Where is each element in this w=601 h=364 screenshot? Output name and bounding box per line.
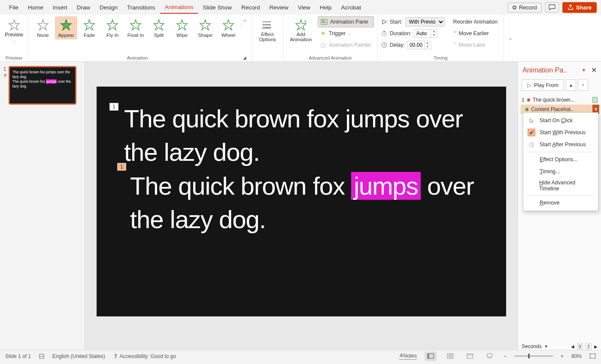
thumb-animation-icon: ✻ [3, 73, 7, 78]
mouse-icon [529, 117, 534, 123]
animation-painter-button[interactable]: Animation Painter [318, 39, 374, 51]
timeline-bar-1[interactable] [592, 97, 598, 103]
timeline-scroll-right[interactable]: ▶ [594, 344, 598, 349]
animation-pane-footer: Seconds▼ ◀ 0 2 ▶ [518, 342, 601, 350]
tab-draw[interactable]: Draw [72, 2, 95, 13]
duration-row: Duration: ▲▼ [381, 28, 445, 39]
tab-design[interactable]: Design [95, 2, 122, 13]
gallery-more[interactable]: ⌵ [240, 16, 248, 30]
zoom-level[interactable]: 80% [571, 353, 582, 359]
comment-icon [549, 4, 555, 10]
ctx-start-with-previous[interactable]: ✔Start With Previous [523, 126, 598, 138]
timeline-scroll-left[interactable]: ◀ [571, 344, 574, 349]
animation-pane-button[interactable]: Animation Pane [318, 16, 374, 27]
delay-input[interactable] [408, 41, 424, 49]
animation-split[interactable]: Split [148, 16, 170, 39]
view-normal[interactable] [425, 352, 437, 361]
animation-pane: Animation Pa.. ▼ ✕ ▷Play From ▲ ▼ 1 ✹ Th… [518, 62, 601, 350]
svg-rect-31 [428, 354, 429, 358]
duration-down[interactable]: ▼ [431, 33, 437, 37]
svg-marker-8 [200, 20, 210, 30]
tab-file[interactable]: File [4, 2, 23, 13]
play-from-button[interactable]: ▷Play From [522, 79, 564, 91]
animation-pane-title: Animation Pa.. [522, 66, 580, 74]
delay-down[interactable]: ▼ [425, 45, 430, 49]
slide-canvas-area[interactable]: 1 1 The quick brown fox jumps over the l… [85, 62, 518, 350]
slide[interactable]: 1 1 The quick brown fox jumps over the l… [97, 87, 506, 316]
tab-acrobat[interactable]: Acrobat [337, 2, 366, 13]
tab-record[interactable]: Record [237, 2, 265, 13]
svg-text:+: + [304, 19, 307, 24]
zoom-in[interactable]: + [561, 353, 564, 359]
animation-pane-close[interactable]: ✕ [591, 66, 597, 74]
tab-view[interactable]: View [293, 2, 315, 13]
svg-point-29 [115, 354, 116, 355]
animation-context-menu: Start On Click ✔Start With Previous Star… [523, 112, 598, 211]
trigger-button[interactable]: Trigger⌵ [318, 28, 374, 39]
move-down-button[interactable]: ▼ [578, 79, 588, 91]
tab-insert[interactable]: Insert [48, 2, 72, 13]
ctx-timing[interactable]: Timing... [523, 165, 598, 177]
animation-shape[interactable]: Shape [194, 16, 216, 39]
star-icon [152, 18, 166, 32]
duration-input[interactable] [414, 30, 431, 37]
animation-wheel[interactable]: Wheel [217, 16, 240, 39]
animation-flyin[interactable]: Fly In [101, 16, 124, 39]
ctx-start-on-click[interactable]: Start On Click [523, 114, 598, 126]
fit-window[interactable] [589, 353, 596, 359]
move-earlier-button[interactable]: ˄Move Earlier [451, 28, 501, 39]
animation-floatin[interactable]: Float In [124, 16, 147, 39]
animation-fade[interactable]: Fade [78, 16, 100, 39]
animation-tag-1[interactable]: 1 [109, 103, 118, 111]
ctx-hide-timeline[interactable]: Hide Advanced Timeline [523, 177, 598, 194]
animation-appear[interactable]: Appear [55, 16, 77, 39]
tab-home[interactable]: Home [23, 2, 48, 13]
animation-none[interactable]: None [32, 16, 54, 39]
tab-animations[interactable]: Animations [160, 1, 198, 14]
animation-list: 1 ✹ The quick brown... ✹ Content Placeho… [518, 93, 601, 114]
effect-options-button[interactable]: Effect Options [255, 16, 279, 45]
animation-pane-dropdown[interactable]: ▼ [582, 68, 586, 72]
zoom-slider[interactable] [514, 355, 553, 357]
status-language[interactable]: English (United States) [52, 353, 105, 359]
appear-icon: ✹ [526, 97, 531, 103]
move-later-button[interactable]: ˅Move Later [451, 39, 501, 51]
svg-rect-35 [451, 357, 453, 358]
svg-marker-2 [61, 20, 71, 30]
tab-slideshow[interactable]: Slide Show [198, 2, 237, 13]
start-select[interactable]: With Previous [405, 17, 445, 27]
tab-transitions[interactable]: Transitions [122, 2, 160, 13]
add-animation-button[interactable]: + Add Animation [287, 16, 315, 45]
move-up-button[interactable]: ▲ [566, 79, 576, 91]
record-button[interactable]: Record [508, 3, 542, 12]
svg-marker-4 [107, 20, 118, 30]
status-accessibility[interactable]: Accessibility: Good to go [113, 353, 176, 359]
view-reading[interactable] [464, 352, 476, 361]
tab-help[interactable]: Help [315, 2, 337, 13]
animation-pane-icon [321, 19, 328, 25]
main-area: 1 ✻ The quick brown fox jumps over the l… [0, 62, 601, 350]
slide-content[interactable]: The quick brown fox jumps over the lazy … [124, 102, 489, 236]
view-sorter[interactable] [444, 352, 456, 361]
ctx-effect-options[interactable]: Effect Options... [523, 153, 598, 165]
notes-button[interactable]: ≙Notes [399, 353, 417, 360]
svg-marker-3 [84, 20, 94, 30]
status-section-icon[interactable] [39, 353, 45, 359]
ribbon-collapse[interactable]: ⌵ [504, 15, 517, 61]
ctx-remove[interactable]: Remove [523, 197, 598, 209]
comments-button[interactable] [545, 2, 559, 12]
preview-button[interactable]: Preview ⌵ [3, 16, 25, 45]
animation-dialog-launcher[interactable]: ◢ [243, 55, 246, 60]
slide-thumbnail-1[interactable]: The quick brown fox jumps over the lazy … [9, 66, 76, 105]
ctx-start-after-previous[interactable]: Start After Previous [523, 138, 598, 150]
view-slideshow[interactable] [484, 352, 496, 361]
animation-item-1[interactable]: 1 ✹ The quick brown... [521, 95, 598, 105]
delay-up[interactable]: ▲ [425, 41, 430, 45]
animation-wipe[interactable]: Wipe [171, 16, 193, 39]
share-button[interactable]: Share [562, 2, 597, 13]
duration-up[interactable]: ▲ [431, 30, 437, 33]
tab-review[interactable]: Review [265, 2, 293, 13]
painter-icon [320, 42, 326, 48]
zoom-out[interactable]: − [504, 353, 507, 359]
star-icon [106, 18, 119, 32]
